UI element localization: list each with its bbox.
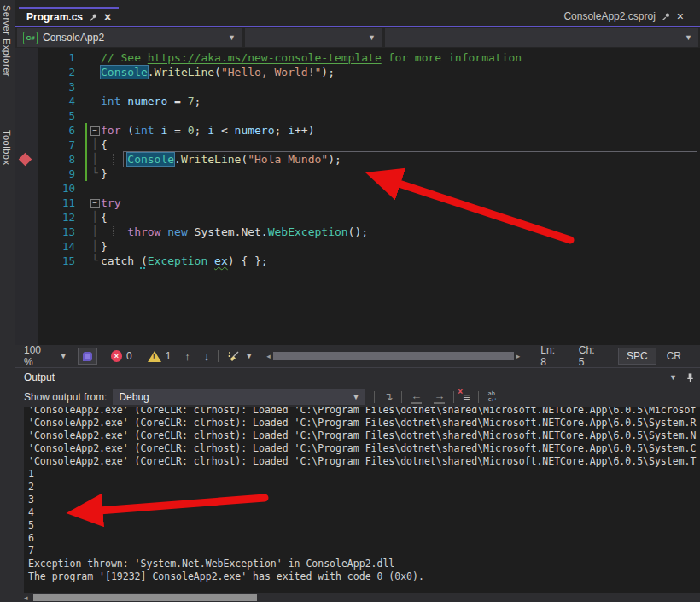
code-text[interactable]: for (int i = 0; i < numero; i++) <box>101 123 700 137</box>
breakpoint-gutter[interactable] <box>15 167 38 181</box>
breakpoint-gutter[interactable] <box>15 196 38 210</box>
document-health-button[interactable] <box>78 348 97 365</box>
scroll-left-icon[interactable]: ◂ <box>24 593 28 602</box>
breakpoint-gutter[interactable] <box>15 239 38 254</box>
fold-guide: │ <box>89 239 101 254</box>
tab-program-cs[interactable]: Program.cs × <box>19 7 119 26</box>
code-text[interactable]: int numero = 7; <box>101 94 700 108</box>
fold-collapse-icon[interactable]: − <box>89 196 101 210</box>
space-mode-indicator[interactable]: SPC <box>618 348 656 365</box>
editor-line-7[interactable]: 7│{ <box>15 137 700 152</box>
breakpoint-gutter[interactable] <box>15 152 38 167</box>
scrollbar-thumb[interactable] <box>33 594 257 601</box>
code-cleanup-button[interactable]: ▼ <box>227 350 253 363</box>
output-line: 1 <box>28 468 700 481</box>
output-panel: Output ▼ Show output from: Debug ▼ ↴ ← →… <box>15 367 700 602</box>
scrollbar-thumb[interactable] <box>273 352 514 360</box>
previous-issue-icon[interactable]: ↑ <box>184 350 190 363</box>
window-position-chevron-icon[interactable]: ▼ <box>669 373 677 382</box>
fold-collapse-icon[interactable]: − <box>89 123 101 137</box>
word-wrap-icon[interactable]: abc↵ <box>487 391 496 402</box>
horizontal-scrollbar[interactable] <box>273 352 514 360</box>
breakpoint-gutter[interactable] <box>15 108 38 123</box>
next-message-icon[interactable]: → <box>434 390 445 404</box>
pin-icon[interactable] <box>89 13 98 22</box>
separator <box>401 391 402 403</box>
project-dropdown[interactable]: C# ConsoleApp2 ▼ <box>17 28 242 47</box>
find-message-in-code-icon[interactable]: ↴ <box>383 391 393 402</box>
scroll-right-icon[interactable]: ▸ <box>516 352 521 360</box>
editor-line-4[interactable]: 4int numero = 7; <box>15 94 700 108</box>
close-icon[interactable]: × <box>104 11 111 23</box>
editor-line-1[interactable]: 1// See https://aka.ms/new-console-templ… <box>15 50 700 65</box>
output-content[interactable]: 'ConsoleApp2.exe' (CoreCLR: clrhost): Lo… <box>24 407 700 594</box>
warning-count[interactable]: 1 <box>166 350 172 362</box>
pin-icon[interactable] <box>662 12 671 21</box>
line-number: 9 <box>38 167 84 181</box>
breakpoint-gutter[interactable] <box>15 254 38 268</box>
editor-line-2[interactable]: 2Console.WriteLine("Hello, World!"); <box>15 65 700 79</box>
code-text[interactable] <box>101 181 700 196</box>
breakpoint-gutter[interactable] <box>15 137 38 152</box>
code-text[interactable]: Console.WriteLine("Hola Mundo"); <box>101 152 700 167</box>
tab-consoleapp2-csproj[interactable]: ConsoleApp2.csproj × <box>556 7 691 26</box>
type-dropdown[interactable]: ▼ <box>245 28 382 47</box>
editor-line-5[interactable]: 5 <box>15 108 700 123</box>
breakpoint-gutter[interactable] <box>15 94 38 108</box>
editor-line-10[interactable]: 10 <box>15 181 700 196</box>
breakpoint-gutter[interactable] <box>15 65 38 79</box>
sidebar-item-toolbox[interactable]: Toolbox <box>2 130 12 165</box>
code-text[interactable]: catch (Exception ex) { }; <box>101 254 700 268</box>
output-line: The program '[19232] ConsoleApp2.exe' ha… <box>28 570 700 583</box>
editor-line-13[interactable]: 13│ throw new System.Net.WebException(); <box>15 225 700 239</box>
member-dropdown[interactable]: ▼ <box>385 28 698 47</box>
sidebar-item-server-explorer[interactable]: Server Explorer <box>2 5 12 77</box>
code-text[interactable]: try <box>101 196 700 210</box>
scroll-left-icon[interactable]: ◂ <box>266 352 271 360</box>
left-tool-strip: Server Explorer Toolbox <box>0 0 15 602</box>
pin-icon[interactable] <box>685 372 695 383</box>
line-number: 10 <box>38 181 84 196</box>
code-text[interactable]: // See https://aka.ms/new-console-templa… <box>101 50 700 65</box>
breakpoint-gutter[interactable] <box>15 181 38 196</box>
output-line: 'ConsoleApp2.exe' (CoreCLR: clrhost): Lo… <box>28 407 700 417</box>
editor-line-9[interactable]: 9└} <box>15 167 700 181</box>
output-horizontal-scrollbar[interactable]: ◂ <box>15 593 700 602</box>
output-title-bar[interactable]: Output ▼ <box>15 368 700 386</box>
editor-line-11[interactable]: 11−try <box>15 196 700 210</box>
code-text[interactable] <box>101 108 700 123</box>
previous-message-icon[interactable]: ← <box>411 390 422 404</box>
editor-line-3[interactable]: 3 <box>15 79 700 94</box>
editor-line-8[interactable]: 8│ Console.WriteLine("Hola Mundo"); <box>15 152 700 167</box>
output-line: 'ConsoleApp2.exe' (CoreCLR: clrhost): Lo… <box>28 442 700 455</box>
chevron-down-icon: ▼ <box>352 393 359 401</box>
breakpoint-indicator[interactable] <box>19 153 32 167</box>
code-text[interactable] <box>101 79 700 94</box>
code-text[interactable]: { <box>101 137 700 152</box>
code-text[interactable]: throw new System.Net.WebException(); <box>101 225 700 239</box>
breakpoint-gutter[interactable] <box>15 79 38 94</box>
close-icon[interactable]: × <box>677 10 684 22</box>
zoom-dropdown[interactable]: 100 % ▼ <box>20 344 71 368</box>
clear-all-icon[interactable]: ≡× <box>463 390 470 404</box>
editor-line-12[interactable]: 12│{ <box>15 210 700 225</box>
editor-line-6[interactable]: 6−for (int i = 0; i < numero; i++) <box>15 123 700 137</box>
editor-line-15[interactable]: 15└catch (Exception ex) { }; <box>15 254 700 268</box>
code-text[interactable]: Console.WriteLine("Hello, World!"); <box>101 65 700 79</box>
code-text[interactable]: } <box>101 167 700 181</box>
breakpoint-gutter[interactable] <box>15 50 38 65</box>
code-text[interactable]: { <box>101 210 700 225</box>
eol-indicator[interactable]: CR <box>667 350 681 362</box>
next-issue-icon[interactable]: ↓ <box>204 350 210 363</box>
output-line: 7 <box>28 545 700 558</box>
breakpoint-gutter[interactable] <box>15 210 38 225</box>
code-text[interactable]: } <box>101 239 700 254</box>
warning-icon[interactable] <box>148 351 161 362</box>
output-source-dropdown[interactable]: Debug ▼ <box>113 389 365 405</box>
error-icon[interactable]: × <box>111 350 122 362</box>
editor-line-14[interactable]: 14│} <box>15 239 700 254</box>
error-count[interactable]: 0 <box>126 350 132 362</box>
code-editor[interactable]: 1// See https://aka.ms/new-console-templ… <box>15 48 700 345</box>
breakpoint-gutter[interactable] <box>15 123 38 137</box>
breakpoint-gutter[interactable] <box>15 225 38 239</box>
